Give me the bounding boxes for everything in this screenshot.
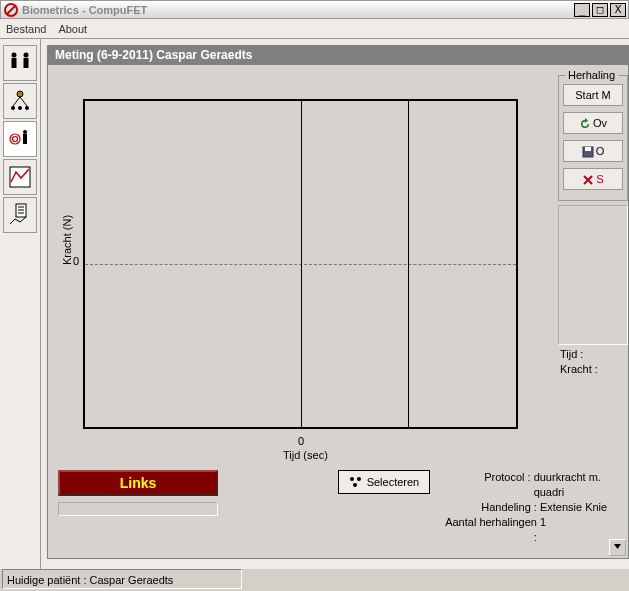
minimize-button[interactable]: _ (574, 3, 590, 17)
sidebar-report-button[interactable] (3, 197, 37, 233)
svg-point-22 (350, 477, 354, 481)
scroll-down-button[interactable] (609, 539, 626, 556)
y-tick-0: 0 (73, 255, 79, 267)
protocol-label: Protocol : (440, 470, 534, 500)
window-title: Biometrics - CompuFET (22, 4, 574, 16)
svg-rect-21 (585, 147, 591, 151)
status-bar: Huidige patiënt : Caspar Geraedts (2, 569, 242, 589)
select-icon (349, 476, 363, 488)
opslaan-button[interactable]: O (563, 140, 623, 162)
sidebar-protocol-button[interactable] (3, 83, 37, 119)
handeling-value: Extensie Knie (540, 500, 607, 515)
svg-line-6 (13, 97, 20, 106)
menu-bestand[interactable]: Bestand (6, 23, 46, 35)
overnieuw-button[interactable]: Ov (563, 112, 623, 134)
stop-button[interactable]: S (563, 168, 623, 190)
progress-bar (58, 502, 218, 516)
svg-point-24 (353, 483, 357, 487)
start-meting-button[interactable]: Start M (563, 84, 623, 106)
herhaling-group: Herhaling Start M Ov O S (558, 75, 628, 201)
x-icon (582, 174, 594, 186)
svg-rect-14 (23, 134, 27, 144)
svg-point-11 (10, 134, 20, 144)
svg-point-1 (12, 53, 17, 58)
svg-point-13 (23, 130, 27, 134)
protocol-value: duurkracht m. quadri (534, 470, 628, 500)
svg-point-3 (24, 53, 29, 58)
sidebar-measure-button[interactable] (3, 121, 37, 157)
close-button[interactable]: X (610, 3, 626, 17)
selecteren-button[interactable]: Selecteren (338, 470, 430, 494)
links-button[interactable]: Links (58, 470, 218, 496)
panel-title: Meting (6-9-2011) Caspar Geraedts (47, 45, 629, 65)
svg-point-10 (25, 106, 29, 110)
svg-line-7 (20, 97, 27, 106)
herhaling-legend: Herhaling (565, 69, 618, 81)
herhaling-list[interactable] (558, 205, 628, 345)
sidebar-patients-button[interactable] (3, 45, 37, 81)
svg-rect-2 (12, 58, 17, 68)
svg-point-8 (11, 106, 15, 110)
menu-bar: Bestand About (0, 19, 629, 39)
chevron-down-icon (613, 542, 622, 551)
sidebar (0, 39, 41, 569)
svg-point-5 (17, 91, 23, 97)
y-axis-label: Kracht (N) (61, 215, 73, 265)
x-tick-0: 0 (298, 435, 304, 447)
app-icon (3, 2, 19, 18)
panel-body: Kracht (N) 0 0 Tijd (sec) Herhaling Star… (47, 65, 629, 559)
svg-point-12 (13, 137, 18, 142)
aantal-label: Aantal herhalingen : (440, 515, 540, 545)
kracht-label: Kracht : (560, 362, 628, 377)
svg-rect-4 (24, 58, 29, 68)
maximize-button[interactable]: □ (592, 3, 608, 17)
x-axis-label: Tijd (sec) (283, 449, 328, 461)
chart-plot-area (83, 99, 518, 429)
aantal-value: 1 (540, 515, 546, 545)
title-bar: Biometrics - CompuFET _ □ X (0, 0, 629, 19)
save-icon (582, 146, 594, 158)
refresh-icon (579, 118, 591, 130)
svg-point-9 (18, 106, 22, 110)
menu-about[interactable]: About (58, 23, 87, 35)
handeling-label: Handeling : (440, 500, 540, 515)
sidebar-graph-button[interactable] (3, 159, 37, 195)
svg-point-23 (357, 477, 361, 481)
tijd-label: Tijd : (560, 347, 628, 362)
